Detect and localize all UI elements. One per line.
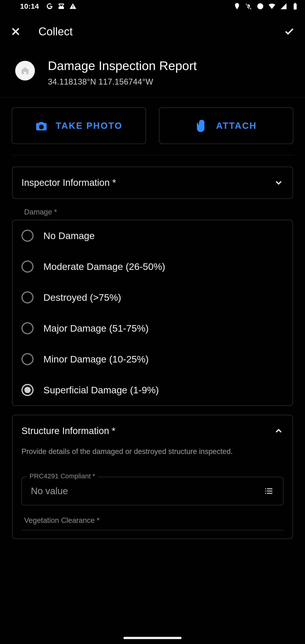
- attach-label: ATTACH: [216, 121, 257, 131]
- svg-point-0: [236, 4, 238, 6]
- location-icon: [234, 3, 240, 10]
- prc-compliant-label: PRC4291 Compliant *: [27, 472, 98, 480]
- inspector-info-title: Inspector Information *: [22, 177, 116, 188]
- paperclip-icon: [196, 120, 208, 132]
- damage-option-superficial[interactable]: Superficial Damage (1-9%): [12, 374, 292, 406]
- camera-icon: [35, 120, 48, 132]
- radio-label: No Damage: [44, 230, 94, 241]
- field-rule: [22, 530, 284, 530]
- damage-option-major[interactable]: Major Damage (51-75%): [12, 313, 292, 344]
- app-bar: Collect: [0, 12, 305, 50]
- dnd-bell-icon: [245, 3, 252, 10]
- damage-label: Damage *: [12, 208, 293, 220]
- list-icon: [264, 486, 274, 496]
- cell-signal-icon: [280, 3, 287, 10]
- radio-label: Major Damage (51-75%): [44, 323, 149, 334]
- warning-icon: [69, 3, 76, 10]
- radio-icon: [22, 291, 34, 304]
- prc-compliant-select[interactable]: No value: [22, 477, 284, 505]
- radio-icon: [22, 230, 34, 242]
- radio-icon: [22, 322, 34, 334]
- radio-icon: [22, 260, 34, 272]
- vegetation-clearance-label: Vegetation Clearance *: [22, 516, 284, 524]
- prc-compliant-value: No value: [31, 486, 68, 496]
- prc-compliant-field: PRC4291 Compliant * No value: [22, 477, 284, 505]
- close-button[interactable]: [9, 25, 22, 38]
- submit-button[interactable]: [283, 25, 296, 38]
- take-photo-label: TAKE PHOTO: [56, 121, 122, 131]
- inspector-info-toggle[interactable]: Inspector Information *: [12, 167, 292, 198]
- media-actions: TAKE PHOTO ATTACH: [0, 98, 305, 155]
- radio-icon: [22, 384, 34, 396]
- form-title: Damage Inspection Report: [48, 58, 197, 73]
- svg-rect-2: [294, 4, 296, 9]
- radio-icon: [22, 353, 34, 365]
- attach-button[interactable]: ATTACH: [159, 107, 293, 144]
- dnd-circle-icon: [257, 3, 264, 10]
- status-bar: 10:14: [0, 0, 305, 12]
- nav-bar-indicator: [124, 637, 182, 639]
- screenshot-indicator-icon: [58, 3, 65, 10]
- form-header: Damage Inspection Report 34.118138°N 117…: [0, 50, 305, 97]
- damage-option-minor[interactable]: Minor Damage (10-25%): [12, 344, 292, 374]
- structure-info-group: Structure Information * Provide details …: [12, 415, 293, 539]
- damage-option-no-damage[interactable]: No Damage: [12, 220, 292, 251]
- wifi-icon: [268, 3, 276, 10]
- form-type-icon: [15, 61, 35, 80]
- radio-label: Minor Damage (10-25%): [44, 354, 149, 365]
- status-time: 10:14: [20, 2, 39, 10]
- inspector-info-group: Inspector Information *: [12, 166, 293, 199]
- chevron-down-icon: [274, 178, 284, 188]
- radio-label: Moderate Damage (26-50%): [44, 261, 165, 272]
- structure-info-desc: Provide details of the damaged or destro…: [12, 446, 292, 466]
- damage-radio-group: No Damage Moderate Damage (26-50%) Destr…: [12, 220, 293, 406]
- google-icon: [46, 3, 53, 10]
- app-title: Collect: [38, 25, 283, 38]
- structure-info-title: Structure Information *: [22, 426, 116, 436]
- battery-icon: [292, 3, 299, 10]
- damage-option-moderate[interactable]: Moderate Damage (26-50%): [12, 251, 292, 282]
- form-coordinates: 34.118138°N 117.156744°W: [48, 77, 197, 86]
- damage-option-destroyed[interactable]: Destroyed (>75%): [12, 282, 292, 313]
- radio-label: Destroyed (>75%): [44, 292, 121, 303]
- structure-info-toggle[interactable]: Structure Information *: [12, 415, 292, 446]
- chevron-up-icon: [274, 426, 284, 436]
- take-photo-button[interactable]: TAKE PHOTO: [12, 107, 146, 144]
- radio-label: Superficial Damage (1-9%): [44, 384, 159, 396]
